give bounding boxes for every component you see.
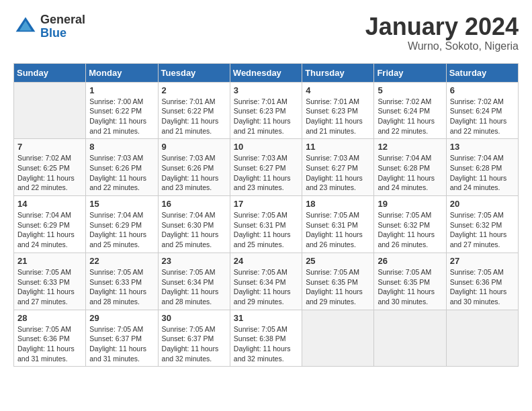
day-info: Sunrise: 7:01 AMSunset: 6:23 PMDaylight:… (234, 97, 298, 136)
page-header: General Blue January 2024 Wurno, Sokoto,… (13, 13, 519, 52)
day-info: Sunrise: 7:05 AMSunset: 6:32 PMDaylight:… (450, 210, 515, 250)
day-number: 26 (378, 256, 442, 266)
calendar-cell (374, 310, 446, 367)
calendar-cell: 31Sunrise: 7:05 AMSunset: 6:38 PMDayligh… (230, 310, 302, 367)
day-info: Sunrise: 7:05 AMSunset: 6:37 PMDaylight:… (89, 324, 154, 364)
calendar-cell: 16Sunrise: 7:04 AMSunset: 6:30 PMDayligh… (158, 196, 230, 253)
calendar-cell: 1Sunrise: 7:00 AMSunset: 6:22 PMDaylight… (86, 82, 158, 139)
day-info: Sunrise: 7:05 AMSunset: 6:33 PMDaylight:… (17, 267, 82, 307)
calendar-cell: 23Sunrise: 7:05 AMSunset: 6:34 PMDayligh… (158, 253, 230, 310)
day-number: 20 (450, 199, 515, 209)
day-number: 5 (378, 85, 442, 95)
day-number: 11 (306, 142, 370, 152)
calendar-cell: 26Sunrise: 7:05 AMSunset: 6:35 PMDayligh… (374, 253, 446, 310)
calendar-cell: 13Sunrise: 7:04 AMSunset: 6:28 PMDayligh… (446, 139, 518, 196)
day-info: Sunrise: 7:05 AMSunset: 6:37 PMDaylight:… (162, 324, 226, 364)
day-number: 7 (17, 142, 82, 152)
calendar-cell: 30Sunrise: 7:05 AMSunset: 6:37 PMDayligh… (158, 310, 230, 367)
calendar-cell: 21Sunrise: 7:05 AMSunset: 6:33 PMDayligh… (14, 253, 86, 310)
day-number: 9 (162, 142, 226, 152)
calendar-week-3: 14Sunrise: 7:04 AMSunset: 6:29 PMDayligh… (14, 196, 519, 253)
day-number: 27 (450, 256, 515, 266)
calendar-cell: 24Sunrise: 7:05 AMSunset: 6:34 PMDayligh… (230, 253, 302, 310)
day-info: Sunrise: 7:03 AMSunset: 6:27 PMDaylight:… (234, 153, 298, 193)
day-number: 6 (450, 85, 515, 95)
calendar-week-1: 1Sunrise: 7:00 AMSunset: 6:22 PMDaylight… (14, 82, 519, 139)
day-info: Sunrise: 7:05 AMSunset: 6:31 PMDaylight:… (234, 210, 298, 250)
logo-icon (13, 15, 38, 39)
calendar-cell (446, 310, 518, 367)
calendar-table: SundayMondayTuesdayWednesdayThursdayFrid… (13, 63, 519, 367)
day-number: 23 (162, 256, 226, 266)
day-number: 8 (89, 142, 154, 152)
calendar-cell: 5Sunrise: 7:02 AMSunset: 6:24 PMDaylight… (374, 82, 446, 139)
day-number: 18 (306, 199, 370, 209)
calendar-cell: 18Sunrise: 7:05 AMSunset: 6:31 PMDayligh… (302, 196, 374, 253)
day-info: Sunrise: 7:05 AMSunset: 6:36 PMDaylight:… (17, 324, 82, 364)
day-number: 1 (89, 85, 154, 95)
day-number: 24 (234, 256, 298, 266)
weekday-header-thursday: Thursday (302, 63, 374, 82)
calendar-week-4: 21Sunrise: 7:05 AMSunset: 6:33 PMDayligh… (14, 253, 519, 310)
day-info: Sunrise: 7:04 AMSunset: 6:29 PMDaylight:… (89, 210, 154, 250)
day-info: Sunrise: 7:04 AMSunset: 6:28 PMDaylight:… (450, 153, 515, 193)
day-info: Sunrise: 7:01 AMSunset: 6:22 PMDaylight:… (162, 97, 226, 136)
logo: General Blue (13, 13, 85, 40)
calendar-cell: 10Sunrise: 7:03 AMSunset: 6:27 PMDayligh… (230, 139, 302, 196)
day-number: 25 (306, 256, 370, 266)
calendar-cell: 27Sunrise: 7:05 AMSunset: 6:36 PMDayligh… (446, 253, 518, 310)
calendar-subtitle: Wurno, Sokoto, Nigeria (365, 40, 519, 52)
day-info: Sunrise: 7:05 AMSunset: 6:38 PMDaylight:… (234, 324, 298, 364)
day-number: 19 (378, 199, 442, 209)
weekday-header-wednesday: Wednesday (230, 63, 302, 82)
day-info: Sunrise: 7:01 AMSunset: 6:23 PMDaylight:… (306, 97, 370, 136)
day-number: 12 (378, 142, 442, 152)
day-number: 13 (450, 142, 515, 152)
day-info: Sunrise: 7:04 AMSunset: 6:28 PMDaylight:… (378, 153, 442, 193)
day-info: Sunrise: 7:05 AMSunset: 6:31 PMDaylight:… (306, 210, 370, 250)
day-number: 22 (89, 256, 154, 266)
day-info: Sunrise: 7:02 AMSunset: 6:24 PMDaylight:… (378, 97, 442, 136)
calendar-week-2: 7Sunrise: 7:02 AMSunset: 6:25 PMDaylight… (14, 139, 519, 196)
calendar-cell: 8Sunrise: 7:03 AMSunset: 6:26 PMDaylight… (86, 139, 158, 196)
logo-blue-text: Blue (40, 26, 66, 40)
calendar-cell: 6Sunrise: 7:02 AMSunset: 6:24 PMDaylight… (446, 82, 518, 139)
calendar-cell: 15Sunrise: 7:04 AMSunset: 6:29 PMDayligh… (86, 196, 158, 253)
weekday-header-saturday: Saturday (446, 63, 518, 82)
weekday-header-sunday: Sunday (14, 63, 86, 82)
day-info: Sunrise: 7:03 AMSunset: 6:26 PMDaylight:… (89, 153, 154, 193)
day-info: Sunrise: 7:05 AMSunset: 6:35 PMDaylight:… (378, 267, 442, 307)
calendar-cell: 4Sunrise: 7:01 AMSunset: 6:23 PMDaylight… (302, 82, 374, 139)
day-number: 29 (89, 313, 154, 323)
day-info: Sunrise: 7:02 AMSunset: 6:24 PMDaylight:… (450, 97, 515, 136)
calendar-cell (14, 82, 86, 139)
logo-text: General Blue (40, 13, 85, 40)
calendar-cell: 9Sunrise: 7:03 AMSunset: 6:26 PMDaylight… (158, 139, 230, 196)
day-info: Sunrise: 7:04 AMSunset: 6:30 PMDaylight:… (162, 210, 226, 250)
day-info: Sunrise: 7:03 AMSunset: 6:27 PMDaylight:… (306, 153, 370, 193)
calendar-cell: 17Sunrise: 7:05 AMSunset: 6:31 PMDayligh… (230, 196, 302, 253)
day-info: Sunrise: 7:02 AMSunset: 6:25 PMDaylight:… (17, 153, 82, 193)
day-number: 4 (306, 85, 370, 95)
calendar-cell (302, 310, 374, 367)
calendar-title: January 2024 (365, 13, 519, 40)
day-info: Sunrise: 7:04 AMSunset: 6:29 PMDaylight:… (17, 210, 82, 250)
day-number: 28 (17, 313, 82, 323)
day-info: Sunrise: 7:05 AMSunset: 6:32 PMDaylight:… (378, 210, 442, 250)
day-number: 31 (234, 313, 298, 323)
calendar-week-5: 28Sunrise: 7:05 AMSunset: 6:36 PMDayligh… (14, 310, 519, 367)
calendar-cell: 3Sunrise: 7:01 AMSunset: 6:23 PMDaylight… (230, 82, 302, 139)
calendar-cell: 22Sunrise: 7:05 AMSunset: 6:33 PMDayligh… (86, 253, 158, 310)
weekday-header-monday: Monday (86, 63, 158, 82)
calendar-cell: 11Sunrise: 7:03 AMSunset: 6:27 PMDayligh… (302, 139, 374, 196)
calendar-cell: 12Sunrise: 7:04 AMSunset: 6:28 PMDayligh… (374, 139, 446, 196)
day-info: Sunrise: 7:05 AMSunset: 6:34 PMDaylight:… (234, 267, 298, 307)
day-number: 2 (162, 85, 226, 95)
day-info: Sunrise: 7:05 AMSunset: 6:33 PMDaylight:… (89, 267, 154, 307)
day-number: 3 (234, 85, 298, 95)
calendar-cell: 29Sunrise: 7:05 AMSunset: 6:37 PMDayligh… (86, 310, 158, 367)
calendar-cell: 2Sunrise: 7:01 AMSunset: 6:22 PMDaylight… (158, 82, 230, 139)
day-info: Sunrise: 7:05 AMSunset: 6:35 PMDaylight:… (306, 267, 370, 307)
calendar-cell: 25Sunrise: 7:05 AMSunset: 6:35 PMDayligh… (302, 253, 374, 310)
day-info: Sunrise: 7:03 AMSunset: 6:26 PMDaylight:… (162, 153, 226, 193)
